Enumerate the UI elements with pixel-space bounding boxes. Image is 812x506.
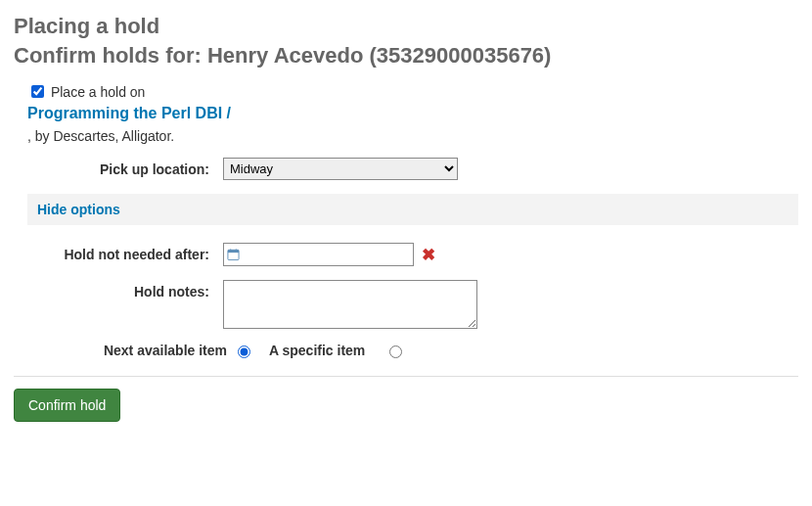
next-available-label: Next available item	[27, 343, 233, 358]
place-hold-label: Place a hold on	[51, 84, 146, 100]
clear-date-icon[interactable]: ✖	[422, 247, 435, 263]
confirm-hold-button[interactable]: Confirm hold	[14, 389, 120, 422]
not-needed-after-label: Hold not needed after:	[27, 243, 223, 262]
patron-name: Henry Acevedo	[207, 43, 363, 68]
subtitle-prefix: Confirm holds for:	[14, 43, 207, 68]
specific-item-radio[interactable]	[389, 345, 402, 358]
calendar-icon[interactable]	[227, 249, 240, 261]
divider	[14, 376, 798, 377]
pickup-location-select[interactable]: Midway	[223, 158, 458, 180]
item-title-link[interactable]: Programming the Perl DBI /	[27, 105, 798, 122]
hold-notes-textarea[interactable]	[223, 280, 477, 329]
hide-options-link[interactable]: Hide options	[37, 202, 120, 217]
pickup-location-label: Pick up location:	[27, 158, 223, 177]
confirm-holds-subtitle: Confirm holds for: Henry Acevedo (353290…	[14, 43, 798, 69]
hold-form: Place a hold on Programming the Perl DBI…	[14, 82, 798, 358]
page-title: Placing a hold	[14, 14, 798, 39]
options-toggle-bar: Hide options	[27, 194, 798, 225]
next-available-radio[interactable]	[238, 345, 250, 358]
svg-rect-1	[228, 250, 239, 253]
place-hold-checkbox[interactable]	[31, 85, 44, 98]
not-needed-after-input[interactable]	[223, 243, 414, 266]
specific-item-label: A specific item	[269, 343, 365, 358]
patron-card: (35329000035676)	[369, 43, 551, 68]
hold-notes-label: Hold notes:	[27, 280, 223, 299]
item-byline: , by Descartes, Alligator.	[27, 128, 798, 144]
